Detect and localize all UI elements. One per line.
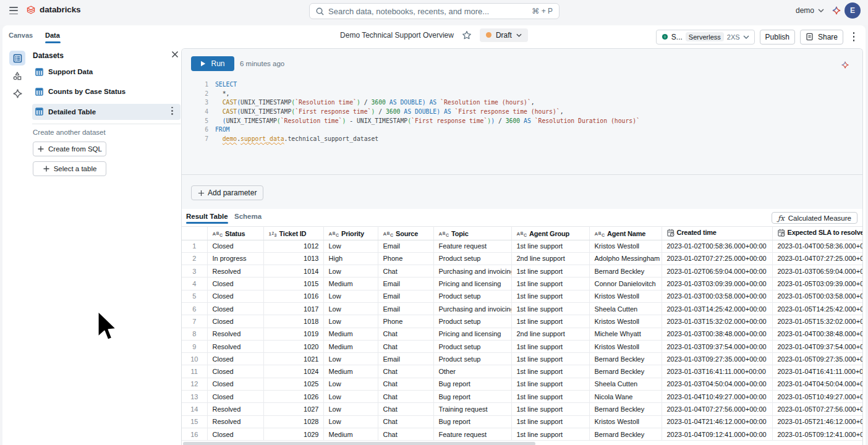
table-row[interactable]: 9Resolved1020MediumChatProduct setup1st …: [182, 340, 863, 352]
cell: Chat: [378, 340, 433, 352]
select-a-table-button[interactable]: Select a table: [33, 161, 106, 176]
sql-code-editor[interactable]: 1SELECT2 *,3 CAST(UNIX_TIMESTAMP(`Resolu…: [182, 80, 862, 144]
rail-datasets-icon[interactable]: [9, 51, 25, 66]
column-header[interactable]: Expected SLA to resolve: [772, 227, 863, 240]
databricks-logo[interactable]: databricks: [27, 5, 81, 14]
cell: 2023-01-03T15:32:02.000+00:00: [662, 315, 772, 328]
add-parameter-button[interactable]: Add parameter: [191, 185, 263, 200]
workspace-switcher[interactable]: demo: [796, 6, 824, 15]
table-row[interactable]: 10Closed1021LowEmailProduct setup1st lin…: [182, 353, 863, 365]
row-number: 4: [182, 278, 207, 290]
result-table-header: ABCStatus123Ticket IDABCPriorityABCSourc…: [182, 227, 863, 240]
cell: Phone: [378, 252, 433, 265]
cell: Pricing and licensing: [433, 278, 511, 290]
code-line: 7 demo.support_data.technical_support_da…: [182, 135, 862, 144]
brand-wordmark: databricks: [40, 5, 81, 14]
table-row[interactable]: 14Resolved1027LowChatTraining request1st…: [182, 403, 863, 415]
cell: Resolved: [207, 265, 263, 278]
more-actions-kebab[interactable]: [849, 30, 858, 44]
header-row: Canvas Data Demo Technical Support Overv…: [2, 25, 866, 48]
table-row[interactable]: 15Resolved1028LowChatBug report1st line …: [182, 415, 863, 428]
column-header[interactable]: Created time: [662, 227, 772, 240]
cell: Chat: [378, 378, 433, 390]
row-number: 7: [182, 315, 207, 328]
table-row[interactable]: 3Resolved1014LowChatPurchasing and invoi…: [182, 265, 863, 278]
search-placeholder: Search data, notebooks, recents, and mor…: [328, 7, 527, 16]
global-search-input[interactable]: Search data, notebooks, recents, and mor…: [309, 3, 560, 19]
cell: 2023-01-02T07:27:25.000+00:00: [662, 252, 772, 265]
table-row[interactable]: 2In progress1013HighPhoneProduct setup2n…: [182, 252, 863, 265]
cell: Product setup: [433, 290, 511, 302]
cell: Medium: [323, 428, 378, 440]
calculated-measure-button[interactable]: ƒx Calculated Measure: [772, 212, 857, 224]
column-header[interactable]: ABCPriority: [323, 227, 378, 240]
hamburger-menu-icon[interactable]: [9, 7, 18, 14]
assistant-sparkle-icon[interactable]: [841, 61, 850, 70]
dataset-item[interactable]: Counts by Case Status: [32, 83, 181, 100]
user-avatar[interactable]: E: [845, 2, 861, 19]
fx-icon: ƒx: [778, 214, 785, 222]
code-line: 2 *,: [182, 90, 862, 99]
tab-schema[interactable]: Schema: [234, 213, 262, 220]
search-icon: [316, 7, 324, 15]
string-type-icon: ABC: [329, 231, 339, 237]
compute-selector[interactable]: S... Serverless 2XS: [656, 30, 755, 44]
dataset-item[interactable]: Support Data: [32, 64, 181, 80]
create-from-sql-button[interactable]: Create from SQL: [33, 142, 106, 156]
run-button[interactable]: Run: [191, 56, 234, 71]
dataset-item-label: Support Data: [48, 68, 93, 75]
table-row[interactable]: 5Closed1016LowEmailProduct setup1st line…: [182, 290, 863, 302]
cell: Feature request: [433, 428, 511, 440]
rail-assistant-icon[interactable]: [9, 86, 25, 101]
table-row[interactable]: 13Closed1026LowChatBug report1st line su…: [182, 391, 863, 403]
cell: Medium: [323, 278, 378, 290]
number-type-icon: 123: [269, 231, 277, 237]
cell: 2023-01-04T09:12:41.000+00:00: [662, 428, 772, 440]
cell: Chat: [378, 428, 433, 440]
cell: Kristos Westoll: [589, 415, 662, 428]
cell: 2nd line support: [511, 252, 589, 265]
cell: Connor Danielovitch: [589, 278, 662, 290]
column-header[interactable]: ABCSource: [378, 227, 433, 240]
table-row[interactable]: 11Closed1024MediumChatOther1st line supp…: [182, 365, 863, 378]
table-row[interactable]: 4Closed1015MediumEmailPricing and licens…: [182, 278, 863, 290]
table-row[interactable]: 6Closed1017LowEmailPurchasing and invoic…: [182, 302, 863, 315]
column-header[interactable]: 123Ticket ID: [263, 227, 323, 240]
cell: Low: [323, 240, 378, 252]
cell: Medium: [323, 365, 378, 378]
row-number: 10: [182, 353, 207, 365]
cell: Bug report: [433, 415, 511, 428]
draft-status-chip[interactable]: Draft: [480, 28, 528, 42]
cell: Low: [323, 290, 378, 302]
dataset-item-kebab[interactable]: [171, 107, 173, 115]
table-row[interactable]: 12Closed1025LowChatBug report1st line su…: [182, 378, 863, 390]
share-button[interactable]: Share: [800, 30, 843, 44]
column-header[interactable]: ABCTopic: [433, 227, 511, 240]
horizontal-scrollbar-thumb[interactable]: [183, 442, 535, 445]
column-header[interactable]: ABCAgent Group: [511, 227, 589, 240]
cell: 2023-01-05T03:09:39.000+00:00: [772, 278, 863, 290]
column-header[interactable]: ABCAgent Name: [589, 227, 662, 240]
rail-canvas-shapes-icon[interactable]: [9, 69, 25, 83]
close-icon[interactable]: [171, 50, 179, 59]
table-row[interactable]: 7Closed1018LowPhoneProduct setup1st line…: [182, 315, 863, 328]
table-row[interactable]: 8Resolved1019MediumChatPricing and licen…: [182, 328, 863, 340]
favorite-star-icon[interactable]: [462, 30, 472, 40]
table-row[interactable]: 1Closed1012LowEmailFeature request1st li…: [182, 240, 863, 252]
draft-status-dot: [486, 32, 491, 38]
datasets-sidebar: Datasets Support DataCounts by Case Stat…: [2, 48, 181, 445]
cell: 1020: [263, 340, 323, 352]
table-row[interactable]: 16Closed1029MediumChatFeature request1st…: [182, 428, 863, 440]
publish-button[interactable]: Publish: [760, 30, 795, 44]
column-header[interactable]: ABCStatus: [207, 227, 263, 240]
cell: Other: [433, 365, 511, 378]
tab-data[interactable]: Data: [45, 32, 60, 39]
cell: Resolved: [207, 340, 263, 352]
assistant-sparkle-icon[interactable]: [832, 6, 841, 15]
tab-canvas[interactable]: Canvas: [9, 32, 33, 39]
cell: Chat: [378, 328, 433, 340]
cell: 1st line support: [511, 340, 589, 352]
dataset-item[interactable]: Detailed Table: [32, 104, 181, 120]
row-number-header[interactable]: [182, 227, 207, 240]
tab-result-table[interactable]: Result Table: [186, 213, 228, 220]
